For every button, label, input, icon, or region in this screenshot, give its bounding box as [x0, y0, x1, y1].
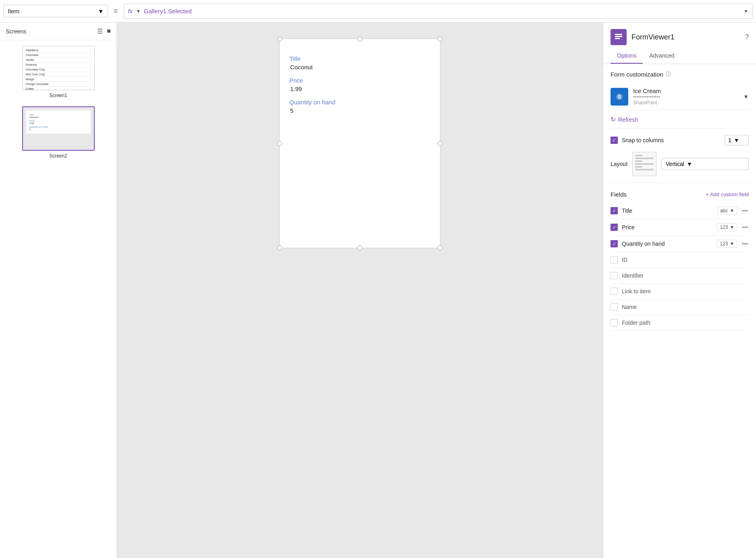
- item-dropdown-chevron: ▼: [98, 8, 104, 15]
- tab-advanced[interactable]: Advanced: [643, 48, 681, 64]
- formula-chevron[interactable]: ▼: [136, 8, 141, 14]
- form-customization-help[interactable]: ⓘ: [666, 71, 671, 78]
- thumb1-item: Mint Choc Chip›: [24, 72, 93, 77]
- layout-select[interactable]: Vertical ▼: [661, 158, 749, 170]
- handle-bc[interactable]: [357, 245, 362, 250]
- snap-checkbox[interactable]: ✓: [611, 137, 618, 144]
- screen1-name: Screen1: [49, 93, 67, 98]
- formula-text: Gallery1.Selected: [144, 8, 740, 15]
- handle-bl[interactable]: [277, 245, 282, 250]
- field-type-badge-title[interactable]: abc▼: [717, 207, 737, 215]
- field-name-name: Name: [622, 304, 749, 310]
- handle-tl[interactable]: [277, 37, 282, 41]
- field-checkbox-link-to-item[interactable]: [611, 288, 618, 295]
- layout-row: Layout Vertical ▼: [611, 152, 749, 183]
- field-row-quantity-on-hand: ✓Quantity on hand123▼•••: [611, 236, 749, 252]
- datasource-chevron[interactable]: ▼: [743, 93, 749, 100]
- field-row-folder-path: Folder path: [611, 315, 749, 331]
- tab-options[interactable]: Options: [611, 48, 643, 64]
- sidebar: Screens ☰ ■ Staelberry› Chocolate› Vanil…: [0, 23, 117, 558]
- field-checkbox-quantity-on-hand[interactable]: ✓: [611, 240, 618, 247]
- layout-preview: [632, 152, 656, 176]
- panel-help-icon[interactable]: ?: [745, 33, 749, 41]
- panel-header: FormViewer1 ?: [603, 23, 756, 48]
- thumb1-item: Mango›: [24, 77, 93, 82]
- panel-title-area: FormViewer1: [631, 33, 740, 41]
- screen1-list: Staelberry› Chocolate› Vanilla› Pistachi…: [23, 46, 94, 90]
- field-row-link-to-item: Link to item: [611, 284, 749, 299]
- formula-bar: fx ▼ Gallery1.Selected ▼: [124, 4, 753, 19]
- field-type-badge-quantity-on-hand[interactable]: 123▼: [717, 240, 737, 248]
- handle-tr[interactable]: [438, 37, 442, 41]
- handle-ml[interactable]: [277, 141, 282, 146]
- thumb1-item: Vanilla›: [24, 58, 93, 62]
- thumb2-title-value: Coconut: [29, 116, 87, 118]
- handle-tc[interactable]: [357, 37, 362, 41]
- form-title-label: Title: [289, 55, 430, 62]
- thumb2-qty-value: 5: [29, 128, 87, 131]
- layout-line-5: [635, 166, 642, 168]
- item-dropdown-label: Item: [8, 8, 19, 15]
- layout-chevron: ▼: [687, 161, 692, 167]
- sidebar-title: Screens: [6, 28, 26, 35]
- sidebar-item-screen1[interactable]: Staelberry› Chocolate› Vanilla› Pistachi…: [6, 46, 111, 98]
- field-checkbox-identifier[interactable]: [611, 272, 618, 279]
- list-view-icon[interactable]: ☰: [97, 27, 103, 35]
- field-name-link-to-item: Link to item: [622, 288, 749, 295]
- thumb1-item: Orange Chocolate›: [24, 82, 93, 87]
- field-more-btn-price[interactable]: •••: [741, 224, 749, 230]
- layout-line-6: [635, 169, 654, 170]
- field-row-name: Name: [611, 299, 749, 315]
- handle-br[interactable]: [438, 245, 442, 250]
- handle-mr[interactable]: [438, 141, 442, 146]
- item-dropdown[interactable]: Item ▼: [3, 5, 108, 17]
- field-name-identifier: Identifier: [622, 272, 749, 279]
- main-layout: Screens ☰ ■ Staelberry› Chocolate› Vanil…: [0, 23, 756, 558]
- sidebar-icons: ☰ ■: [97, 27, 111, 35]
- field-row-price: ✓Price123▼•••: [611, 219, 749, 236]
- panel-tabs: Options Advanced: [603, 48, 756, 64]
- snap-value: 1: [728, 137, 731, 143]
- screen2-thumbnail: Title Coconut Price 1.99 Quantity on han…: [22, 106, 95, 151]
- form-price-label: Price: [289, 77, 430, 84]
- formula-dropdown-btn[interactable]: ▼: [744, 8, 748, 14]
- field-more-btn-title[interactable]: •••: [741, 207, 749, 214]
- field-checkbox-id[interactable]: [611, 256, 618, 263]
- layout-line-1: [635, 155, 642, 156]
- form-card[interactable]: Title Coconut Price 1.99 Quantity on han…: [279, 39, 440, 248]
- field-name-price: Price: [622, 224, 713, 230]
- form-title-value: Coconut: [290, 64, 430, 71]
- field-type-badge-price[interactable]: 123▼: [717, 223, 737, 231]
- layout-line-4: [635, 163, 654, 165]
- screen1-thumbnail: Staelberry› Chocolate› Vanilla› Pistachi…: [22, 46, 95, 90]
- field-checkbox-price[interactable]: ✓: [611, 224, 618, 231]
- snap-select[interactable]: 1 ▼: [725, 135, 749, 145]
- datasource-info: Ice Cream •••••••••••••••• SharePoint: [633, 87, 738, 106]
- thumb1-item: Pistachio›: [24, 62, 93, 67]
- sidebar-header: Screens ☰ ■: [0, 23, 116, 40]
- thumb1-item: Chocolate›: [24, 53, 93, 58]
- equals-sign: =: [111, 7, 120, 15]
- panel-body: Form customization ⓘ S Ice Cream •••••••…: [603, 64, 756, 337]
- field-row-identifier: Identifier: [611, 268, 749, 284]
- fields-title: Fields: [611, 191, 627, 198]
- snap-label: Snap to columns: [622, 137, 721, 143]
- add-custom-field-btn[interactable]: + Add custom field: [706, 191, 749, 197]
- form-customization-label: Form customization ⓘ: [611, 71, 749, 78]
- thumb1-item: Coffee›: [24, 87, 93, 90]
- grid-view-icon[interactable]: ■: [107, 27, 111, 35]
- layout-line-2: [635, 158, 654, 159]
- svg-text:S: S: [618, 94, 621, 100]
- field-row-id: ID: [611, 252, 749, 268]
- snap-chevron: ▼: [734, 137, 739, 143]
- layout-value: Vertical: [666, 161, 684, 167]
- field-checkbox-folder-path[interactable]: [611, 319, 618, 326]
- field-name-quantity-on-hand: Quantity on hand: [622, 241, 713, 247]
- field-checkbox-name[interactable]: [611, 303, 618, 311]
- datasource-platform: SharePoint: [633, 100, 738, 106]
- field-checkbox-title[interactable]: ✓: [611, 207, 618, 214]
- datasource-row: S Ice Cream •••••••••••••••• SharePoint …: [611, 83, 749, 110]
- field-more-btn-quantity-on-hand[interactable]: •••: [741, 241, 749, 247]
- sidebar-item-screen2[interactable]: Title Coconut Price 1.99 Quantity on han…: [6, 106, 111, 159]
- refresh-row[interactable]: ↻ Refresh: [611, 116, 749, 129]
